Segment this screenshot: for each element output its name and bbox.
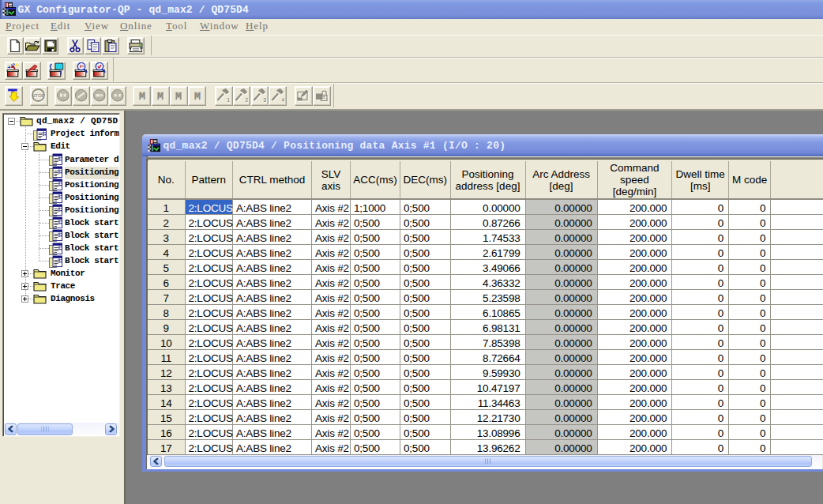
svg-text:4: 4	[281, 97, 284, 103]
svg-text:M: M	[194, 91, 200, 103]
svg-text:M: M	[175, 91, 182, 103]
svg-text:1: 1	[227, 97, 231, 103]
svg-text:2: 2	[245, 97, 248, 103]
svg-text:M: M	[157, 91, 163, 103]
svg-text:3: 3	[263, 97, 266, 103]
svg-text:STOP: STOP	[32, 93, 45, 98]
svg-text:M: M	[138, 91, 145, 103]
